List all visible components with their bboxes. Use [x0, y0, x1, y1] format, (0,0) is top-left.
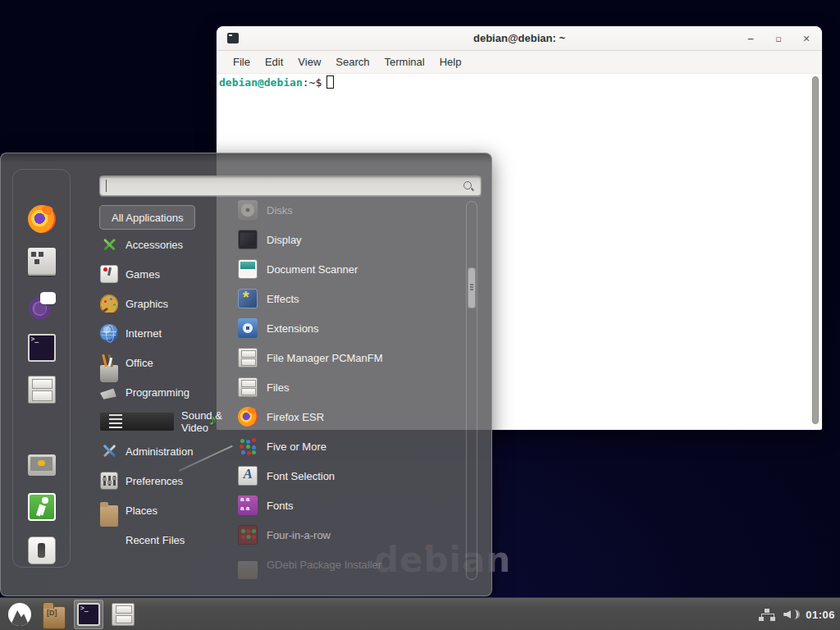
app-fonts[interactable]: Fonts: [232, 491, 465, 520]
menubar-item-search[interactable]: Search: [328, 53, 377, 71]
search-input[interactable]: [105, 177, 458, 194]
favorite-software[interactable]: [27, 247, 57, 276]
app-display[interactable]: Display: [232, 225, 465, 254]
search-icon: [463, 180, 474, 192]
pcmanfm-folder-icon: [43, 606, 66, 629]
taskbar-button-menu-logo[interactable]: [5, 600, 34, 629]
menu-scrollbar[interactable]: [466, 201, 477, 580]
favorite-terminal[interactable]: [27, 333, 57, 363]
app-firefox-esr[interactable]: Firefox ESR: [232, 402, 465, 431]
category-graphics[interactable]: Graphics: [100, 289, 223, 318]
favorite-file-manager[interactable]: [27, 375, 57, 404]
file-manager-icon: [28, 376, 56, 404]
taskbar: 01:06: [0, 597, 840, 630]
favorite-pidgin[interactable]: [27, 290, 57, 320]
app-label: Files: [267, 381, 289, 394]
app-label: Document Scanner: [267, 263, 358, 276]
category-internet[interactable]: Internet: [100, 318, 223, 348]
terminal-titlebar[interactable]: debian@debian: ~ ‒▫✕: [217, 26, 822, 51]
terminal-menubar: FileEditViewSearchTerminalHelp: [217, 51, 822, 74]
files-icon: [238, 377, 258, 397]
app-four-in-a-row[interactable]: Four-in-a-row: [232, 520, 465, 550]
category-label: Programming: [126, 386, 189, 399]
menubar-item-view[interactable]: View: [290, 53, 328, 71]
app-label: Five or More: [267, 441, 326, 453]
session-shutdown[interactable]: [27, 536, 57, 565]
minimize-button[interactable]: ‒: [745, 33, 756, 44]
taskbar-button-file-cabinet[interactable]: [108, 600, 138, 629]
session-logout[interactable]: [27, 492, 57, 522]
terminal-scrollbar-thumb[interactable]: [812, 76, 819, 424]
app-font-selection[interactable]: Font Selection: [232, 461, 465, 491]
app-five-or-more[interactable]: Five or More: [232, 431, 465, 461]
app-disks[interactable]: Disks: [232, 195, 465, 225]
category-sound-video[interactable]: Sound & Video: [100, 407, 223, 436]
taskbar-button-pcmanfm-folder[interactable]: [39, 600, 69, 629]
network-icon[interactable]: [758, 607, 776, 622]
menu-scrollbar-thumb[interactable]: [468, 267, 476, 308]
category-label: Places: [126, 504, 158, 517]
menubar-item-file[interactable]: File: [226, 53, 258, 71]
all-applications-button[interactable]: All Applications: [99, 205, 195, 230]
app-effects[interactable]: Effects: [232, 284, 465, 313]
network-icon-glyph: [758, 607, 776, 622]
maximize-button[interactable]: ▫: [773, 33, 784, 44]
administration-icon: [100, 442, 118, 460]
app-label: GDebi Package Installer: [267, 559, 381, 571]
display-icon: [238, 230, 258, 249]
favorite-firefox[interactable]: [27, 204, 57, 234]
category-administration[interactable]: Administration: [100, 436, 223, 466]
category-programming[interactable]: Programming: [100, 377, 223, 407]
category-label: Sound & Video: [181, 409, 223, 434]
firefox-icon: [28, 205, 56, 233]
file-cabinet-icon: [112, 603, 135, 626]
lock-screen-icon: [28, 454, 56, 476]
prompt-user: debian@debian: [219, 76, 303, 89]
category-games[interactable]: Games: [100, 259, 223, 289]
places-icon: [100, 505, 118, 527]
menubar-item-edit[interactable]: Edit: [258, 53, 290, 71]
category-accessories[interactable]: Accessories: [100, 230, 223, 259]
app-label: Firefox ESR: [267, 411, 324, 423]
fonts-icon: [238, 495, 258, 515]
app-document-scanner[interactable]: Document Scanner: [232, 254, 465, 284]
favorites-column: [12, 169, 71, 568]
menubar-item-help[interactable]: Help: [432, 53, 469, 71]
file-manager-pcmanfm-icon: [238, 348, 258, 368]
category-list: AccessoriesGamesGraphicsInternetOfficePr…: [100, 230, 223, 555]
accessories-icon: [100, 235, 118, 253]
menubar-item-terminal[interactable]: Terminal: [377, 53, 432, 71]
system-tray: 01:06: [758, 598, 835, 630]
games-icon: [100, 265, 118, 283]
app-label: Extensions: [267, 322, 319, 335]
terminal-scrollbar[interactable]: [810, 75, 821, 427]
app-extensions[interactable]: Extensions: [232, 313, 465, 343]
app-files[interactable]: Files: [232, 372, 465, 402]
category-recent-files[interactable]: Recent Files: [100, 525, 223, 555]
app-label: Fonts: [267, 500, 294, 512]
app-gdebi[interactable]: GDebi Package Installer: [232, 550, 465, 579]
category-label: Accessories: [126, 239, 183, 251]
gdebi-icon: [238, 561, 258, 579]
app-label: Display: [267, 234, 302, 246]
firefox-esr-icon: [238, 407, 258, 427]
search-caret: [106, 180, 107, 192]
terminal-icon: [77, 603, 100, 626]
application-menu: All Applications AccessoriesGamesGraphic…: [0, 153, 492, 596]
category-office[interactable]: Office: [100, 348, 223, 377]
volume-icon[interactable]: [783, 607, 799, 622]
category-places[interactable]: Places: [100, 495, 223, 525]
app-label: Font Selection: [267, 470, 335, 482]
session-lock-screen[interactable]: [27, 450, 57, 480]
category-preferences[interactable]: Preferences: [100, 466, 223, 495]
close-button[interactable]: ✕: [801, 33, 812, 44]
terminal-cursor: [326, 75, 334, 89]
app-file-manager-pcmanfm[interactable]: File Manager PCManFM: [232, 343, 465, 372]
preferences-icon: [100, 472, 118, 490]
search-box[interactable]: [99, 176, 482, 196]
five-or-more-icon: [238, 436, 258, 456]
taskbar-button-terminal[interactable]: [74, 600, 103, 629]
sound-video-icon: [100, 413, 174, 431]
clock[interactable]: 01:06: [806, 609, 835, 621]
app-label: Effects: [267, 293, 299, 305]
